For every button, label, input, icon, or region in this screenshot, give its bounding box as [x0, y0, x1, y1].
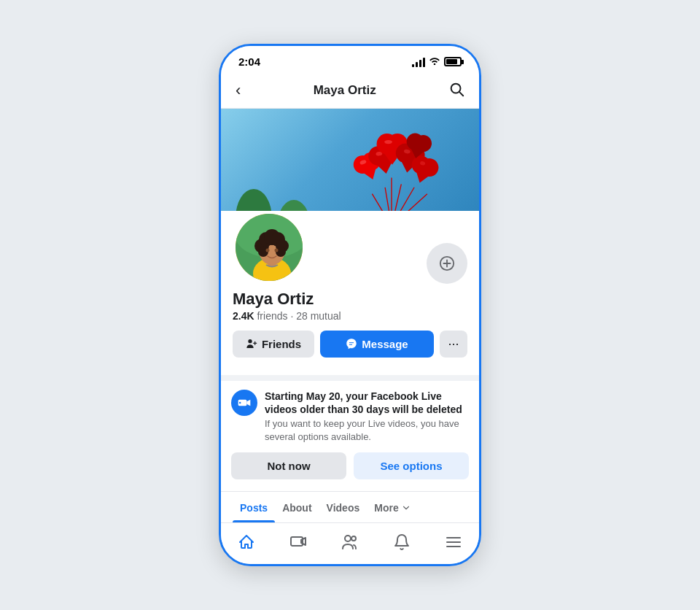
nav-menu[interactable] — [427, 530, 479, 554]
notif-text: Starting May 20, your Facebook Live vide… — [265, 390, 469, 444]
chevron-down-icon — [401, 503, 411, 513]
svg-point-55 — [345, 536, 351, 541]
avatar-row — [233, 211, 467, 284]
notif-actions: Not now See options — [231, 452, 469, 479]
avatar[interactable] — [233, 211, 306, 284]
friends-count: 2.4K — [233, 310, 254, 322]
live-video-icon — [231, 390, 257, 416]
nav-bar: ‹ Maya Ortiz — [221, 75, 479, 109]
notification-banner: Starting May 20, your Facebook Live vide… — [221, 375, 479, 489]
svg-point-56 — [351, 536, 356, 541]
tab-videos[interactable]: Videos — [319, 492, 368, 522]
profile-tabs: Posts About Videos More — [221, 491, 479, 522]
message-button[interactable]: Message — [320, 331, 434, 358]
status-icons — [412, 56, 462, 67]
nav-people[interactable] — [324, 530, 376, 554]
svg-line-1 — [459, 92, 463, 96]
friends-label: friends — [257, 310, 287, 322]
nav-title: Maya Ortiz — [314, 83, 376, 98]
svg-point-44 — [275, 248, 279, 252]
mutual-label: mutual — [311, 310, 341, 322]
svg-point-19 — [384, 140, 392, 144]
notif-body: If you want to keep your Live videos, yo… — [265, 417, 469, 444]
search-button[interactable] — [448, 81, 464, 101]
more-button[interactable]: ··· — [440, 331, 467, 358]
action-buttons: Friends Message ··· — [233, 331, 467, 358]
nav-home[interactable] — [221, 530, 273, 554]
add-story-button[interactable] — [427, 243, 467, 284]
mutual-count: 28 — [296, 310, 308, 322]
back-button[interactable]: ‹ — [236, 81, 241, 100]
bottom-nav — [221, 522, 479, 564]
profile-friends-info: 2.4K friends · 28 mutual — [233, 310, 467, 322]
signal-icon — [412, 57, 425, 67]
nav-notifications[interactable] — [376, 530, 427, 554]
profile-name: Maya Ortiz — [233, 290, 467, 309]
tab-more[interactable]: More — [367, 492, 418, 522]
nav-watch[interactable] — [273, 530, 324, 554]
phone-frame: 2:04 ‹ Maya Ortiz — [219, 44, 481, 567]
svg-point-52 — [239, 401, 241, 404]
tab-about[interactable]: About — [275, 492, 319, 522]
not-now-button[interactable]: Not now — [231, 452, 346, 479]
tab-posts[interactable]: Posts — [233, 492, 275, 522]
friends-button[interactable]: Friends — [233, 331, 314, 358]
profile-section: Maya Ortiz 2.4K friends · 28 mutual Frie… — [221, 211, 479, 369]
notif-inner: Starting May 20, your Facebook Live vide… — [231, 390, 469, 444]
battery-icon — [444, 57, 462, 66]
svg-point-43 — [266, 248, 270, 252]
wifi-icon — [429, 56, 440, 67]
see-options-button[interactable]: See options — [354, 452, 469, 479]
status-time: 2:04 — [238, 55, 260, 68]
svg-marker-51 — [246, 399, 250, 405]
svg-point-48 — [248, 339, 252, 343]
status-bar: 2:04 — [221, 46, 479, 75]
notif-title: Starting May 20, your Facebook Live vide… — [265, 390, 469, 416]
